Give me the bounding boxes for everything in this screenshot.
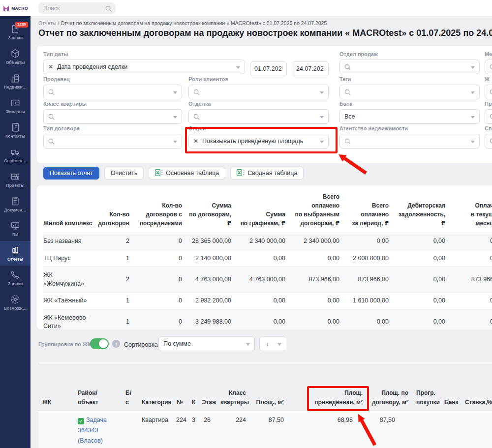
filter-panel: Тип даты ✕ Дата проведения сделки Отдел … (37, 46, 492, 163)
cell: 0 (129, 250, 182, 267)
cell: 2 (92, 267, 129, 293)
cell: 0,00 (339, 233, 389, 250)
show-report-button[interactable]: Показать отчет (43, 167, 99, 179)
app-logo[interactable]: MACRO (0, 0, 31, 16)
bank-select[interactable]: Все (339, 109, 480, 124)
column-header: Б/с (122, 387, 138, 411)
clipped-select[interactable] (485, 134, 492, 149)
table-row: ТЦ Парус 1 0 2 140 000,00 0,00 0,00 2 00… (43, 250, 492, 267)
caret-down-icon (471, 116, 475, 119)
cell: 1 (92, 309, 129, 329)
finishing-select[interactable] (188, 109, 329, 124)
cell: 0,00 (231, 293, 285, 310)
filter-options: Опции ✕ Показывать приведённую площадь (188, 125, 329, 149)
clipped-select[interactable] (485, 109, 492, 124)
cell: 2 140 000,00 (182, 250, 231, 267)
cell: 224 (216, 411, 250, 448)
table-row: ЖК «Таёжный» 1 0 2 982 200,00 0,00 0,00 … (43, 293, 492, 310)
sort-direction-select[interactable]: ↓ (259, 336, 286, 351)
grouping-toggle[interactable] (90, 338, 109, 349)
sidebar-item-zayavki[interactable]: 1239 Заявки (0, 20, 31, 44)
caret-down-icon (471, 91, 475, 94)
sidebar-item-proekty[interactable]: Проекты (0, 167, 31, 192)
sidebar-item-otchety[interactable]: Отчёты (0, 241, 31, 266)
column-header: Сумма по графикам, ₽ (231, 185, 285, 233)
sales-dept-select[interactable] (339, 60, 480, 74)
cell: 0,00 (285, 309, 339, 329)
breadcrumb-root-link[interactable]: Отчеты (38, 20, 56, 26)
sidebar-item-pi[interactable]: ПИ (0, 216, 31, 241)
date-type-select[interactable]: ✕ Дата проведения сделки (43, 60, 245, 74)
cell: 4 763 000,00 (231, 267, 285, 293)
sidebar-item-nedvizhimost[interactable]: Недвижи… (0, 69, 31, 93)
sort-by-select[interactable]: По сумме (158, 336, 255, 351)
sidebar-item-snabzhenie[interactable]: Снабжен… (0, 143, 31, 167)
search-input[interactable] (38, 2, 116, 14)
filter-clipped-3: Пр (485, 101, 492, 124)
agency-select[interactable] (339, 134, 480, 149)
clear-icon[interactable]: ✕ (48, 63, 53, 70)
cell: 2 000 000,00 (339, 250, 389, 267)
sidebar-item-objekty[interactable]: Объекты (0, 44, 31, 69)
column-header: Кол-во договоров (92, 185, 129, 233)
sorting-label: Сортировка (124, 341, 158, 348)
check-icon: ✓ (78, 418, 84, 424)
cell: 26 (198, 411, 216, 448)
filter-client-roles: Роли клиентов (188, 76, 329, 99)
sidebar-item-finansy[interactable]: Финансы (0, 93, 31, 118)
excel-icon (155, 169, 163, 178)
column-header: Всего оплачено по выбранным договорам, ₽ (285, 185, 339, 233)
detail-header-row: ЖК Район/объект Б/с Категория № К Этаж К… (38, 387, 492, 411)
caret-down-icon (173, 116, 177, 119)
export-pivot-table-button[interactable]: Сводная таблица (230, 167, 304, 179)
cell: 28 365 000,00 (182, 233, 231, 250)
client-roles-select[interactable] (188, 85, 329, 99)
cell: 0,00 (231, 309, 285, 329)
column-header: Прогр. покупки (412, 387, 440, 411)
clear-icon[interactable]: ✕ (193, 138, 198, 145)
clipped-select[interactable] (485, 60, 492, 74)
sidebar-item-vozmozhnosti[interactable]: Возможн… (0, 290, 31, 315)
app-window: MACRO 1239 Заявки Объекты Недви (0, 0, 492, 448)
column-header: Район/объект (74, 387, 122, 411)
excel-icon (237, 169, 245, 178)
info-icon[interactable]: i (112, 340, 120, 348)
gear-icon (10, 294, 21, 305)
brand-name: MACRO (11, 6, 28, 11)
cell: ЖК «Таёжный» (43, 293, 92, 310)
column-header: Категория (138, 387, 172, 411)
clear-button[interactable]: Очистить (104, 167, 144, 179)
sidebar-item-dokumenty[interactable]: Докумен… (0, 192, 31, 216)
column-header: Оплач в текущ месяц (445, 185, 492, 233)
toolbar: Показать отчет Очистить Основная таблица… (43, 167, 304, 179)
contract-type-select[interactable] (43, 134, 182, 149)
cell: 873 966,00 (285, 267, 339, 293)
search-icon (344, 89, 351, 95)
search-icon (48, 138, 55, 145)
filter-apt-class: Класс квартиры (43, 101, 182, 124)
caret-down-icon (471, 141, 475, 143)
monitor-icon (10, 220, 21, 231)
date-from-input[interactable] (250, 61, 287, 76)
apt-class-select[interactable] (43, 109, 182, 124)
top-bar (31, 0, 492, 16)
cube-icon (10, 48, 21, 59)
sidebar-item-kontakty[interactable]: Контакты (0, 118, 31, 143)
date-to-input[interactable] (292, 61, 329, 76)
cell: 0 (129, 293, 182, 310)
seller-select[interactable] (43, 85, 182, 99)
tags-select[interactable] (339, 85, 480, 99)
cell: 1 (92, 293, 129, 310)
column-header: Кол-во договоров с посредниками (129, 185, 182, 233)
sidebar-item-zvonki[interactable]: Звонки (0, 266, 31, 290)
caret-down-icon (277, 343, 281, 346)
clipped-select[interactable] (485, 85, 492, 99)
cell (440, 411, 461, 448)
cell (122, 411, 138, 448)
section-divider (38, 364, 492, 364)
filter-finishing: Отделка (188, 101, 329, 124)
export-main-table-button[interactable]: Основная таблица (149, 167, 225, 179)
cell-reduced-area: 68,98 (288, 411, 367, 448)
cell: 873 966 (445, 267, 492, 293)
options-select[interactable]: ✕ Показывать приведённую площадь (188, 134, 329, 149)
